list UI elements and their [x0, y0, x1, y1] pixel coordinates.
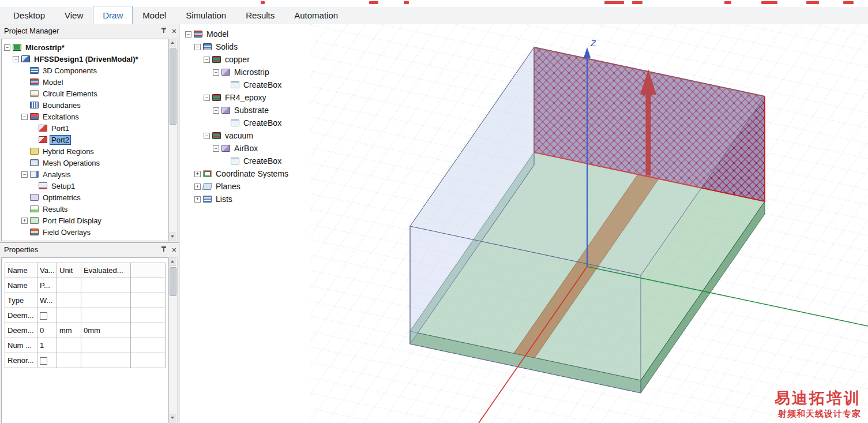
tree-item-fr4-epoxy[interactable]: − FR4_epoxy: [179, 91, 310, 104]
top-artifact: [806, 1, 819, 4]
expander-icon[interactable]: +: [194, 171, 201, 177]
tree-item-createbox[interactable]: CreateBox: [179, 155, 310, 167]
tree-item-microstrip[interactable]: − Microstrip: [179, 66, 310, 78]
tree-item-model[interactable]: − Model: [179, 28, 310, 40]
expander-icon[interactable]: +: [194, 196, 201, 203]
properties-table: Name Va... Unit Evaluated... Name P...: [5, 263, 166, 368]
top-artifact: [632, 1, 642, 4]
model-tree-panel: − Model − Solids − copper − Microstrip C…: [179, 24, 311, 423]
top-artifact: [604, 1, 624, 4]
tree-item-setup1[interactable]: Setup1: [2, 180, 168, 192]
tree-item-substrate[interactable]: − Substrate: [179, 104, 310, 117]
project-manager-title: Project Manager: [4, 27, 59, 35]
col-name: Name: [5, 263, 37, 278]
property-row[interactable]: Deem...: [5, 308, 166, 323]
property-row[interactable]: Name P...: [5, 278, 166, 293]
tree-item-field-overlays[interactable]: Field Overlays: [2, 226, 168, 238]
boundaries-icon: [30, 102, 39, 108]
tree-item-hfssdesign1-drivenmodal[interactable]: − HFSSDesign1 (DrivenModal)*: [2, 53, 168, 65]
tree-item-planes[interactable]: + Planes: [179, 180, 310, 193]
tree-item-airbox[interactable]: − AirBox: [179, 142, 310, 155]
tree-item-copper[interactable]: − copper: [179, 53, 310, 66]
col-unit: Unit: [57, 263, 81, 278]
tree-item-port2[interactable]: Port2: [2, 134, 168, 145]
close-icon[interactable]: ×: [172, 27, 176, 35]
tree-item-optimetrics[interactable]: Optimetrics: [2, 192, 168, 203]
3d-viewport[interactable]: Z 易迪拓培训 射频和天线设计专家: [310, 24, 868, 423]
menu-item-simulation[interactable]: Simulation: [176, 6, 236, 24]
tree-item-hybrid-regions[interactable]: Hybrid Regions: [2, 145, 168, 157]
properties-scrollbar[interactable]: [168, 257, 178, 422]
pin-icon[interactable]: [160, 28, 167, 35]
scroll-down-button[interactable]: [169, 233, 176, 241]
scroll-up-button[interactable]: [169, 39, 176, 47]
expander-icon[interactable]: −: [204, 57, 210, 63]
menu-item-automation[interactable]: Automation: [284, 6, 348, 24]
tree-item-results[interactable]: Results: [2, 203, 168, 215]
solids-icon: [203, 43, 212, 50]
project-tree-scrollbar[interactable]: [168, 39, 178, 241]
expander-icon[interactable]: −: [194, 44, 201, 50]
expander-icon[interactable]: −: [185, 31, 191, 38]
checkbox[interactable]: [40, 357, 47, 365]
tree-item-lists[interactable]: + Lists: [179, 193, 310, 205]
tree-item-excitations[interactable]: − Excitations: [2, 111, 168, 122]
tree-item-model[interactable]: Model: [2, 76, 168, 88]
menu-bar: DesktopViewDrawModelSimulationResultsAut…: [0, 0, 868, 25]
tree-item-mesh-operations[interactable]: Mesh Operations: [2, 157, 168, 169]
3d-scene[interactable]: Z: [310, 24, 868, 423]
scroll-thumb[interactable]: [170, 48, 176, 125]
object-icon: [221, 69, 230, 76]
expander-icon[interactable]: −: [213, 69, 219, 76]
tree-item-boundaries[interactable]: Boundaries: [2, 99, 168, 111]
expander-icon[interactable]: −: [21, 171, 28, 178]
port-icon: [39, 136, 47, 143]
tree-item-port-field-display[interactable]: + Port Field Display: [2, 215, 168, 226]
property-row[interactable]: Type W...: [5, 293, 166, 308]
expander-icon[interactable]: −: [21, 114, 28, 120]
properties-title: Properties: [4, 245, 38, 254]
scroll-thumb[interactable]: [170, 267, 176, 296]
coordinates-icon: [203, 170, 212, 177]
tree-item-3d-components[interactable]: 3D Components: [2, 65, 168, 76]
tree-item-microstrip[interactable]: − Microstrip*: [2, 42, 168, 53]
property-row[interactable]: Renor...: [5, 353, 166, 368]
tree-item-coordinate-systems[interactable]: + Coordinate Systems: [179, 167, 310, 180]
expander-icon[interactable]: +: [194, 184, 201, 190]
properties-body: Name Va... Unit Evaluated... Name P...: [1, 257, 168, 423]
overlays-icon: [30, 229, 39, 235]
port-icon: [39, 125, 47, 132]
expander-icon[interactable]: −: [13, 56, 19, 62]
scroll-down-button[interactable]: [169, 414, 176, 422]
tree-item-analysis[interactable]: − Analysis: [2, 169, 168, 180]
expander-icon[interactable]: −: [204, 95, 210, 101]
pin-icon[interactable]: [160, 246, 167, 253]
tree-item-vacuum[interactable]: − vacuum: [179, 129, 310, 142]
tree-item-solids[interactable]: − Solids: [179, 40, 310, 53]
property-row[interactable]: Deem... 0 mm 0mm: [5, 323, 166, 338]
tree-item-circuit-elements[interactable]: Circuit Elements: [2, 88, 168, 99]
expander-icon[interactable]: −: [213, 107, 219, 114]
top-artifact: [843, 1, 854, 4]
scroll-up-button[interactable]: [169, 258, 176, 266]
property-row[interactable]: Num ... 1: [5, 338, 166, 353]
tree-item-port1[interactable]: Port1: [2, 122, 168, 134]
top-artifact: [724, 1, 731, 4]
project-manager-panel: Project Manager × − Microstrip* − HFSSDe…: [0, 24, 179, 242]
checkbox[interactable]: [40, 312, 47, 320]
menu-item-model[interactable]: Model: [133, 6, 176, 24]
model-tree: − Model − Solids − copper − Microstrip C…: [179, 24, 310, 205]
expander-icon[interactable]: −: [4, 44, 10, 51]
menu-item-draw[interactable]: Draw: [93, 6, 133, 25]
createbox-icon: [231, 158, 239, 164]
expander-icon[interactable]: −: [204, 133, 210, 139]
menu-item-desktop[interactable]: Desktop: [3, 6, 55, 24]
tree-item-createbox[interactable]: CreateBox: [179, 78, 310, 91]
close-icon[interactable]: ×: [172, 246, 176, 254]
menu-item-results[interactable]: Results: [236, 6, 284, 24]
expander-icon[interactable]: +: [21, 218, 28, 224]
menu-item-view[interactable]: View: [55, 6, 93, 24]
z-axis-label: Z: [590, 38, 596, 48]
expander-icon[interactable]: −: [213, 145, 219, 152]
tree-item-createbox[interactable]: CreateBox: [179, 117, 310, 129]
